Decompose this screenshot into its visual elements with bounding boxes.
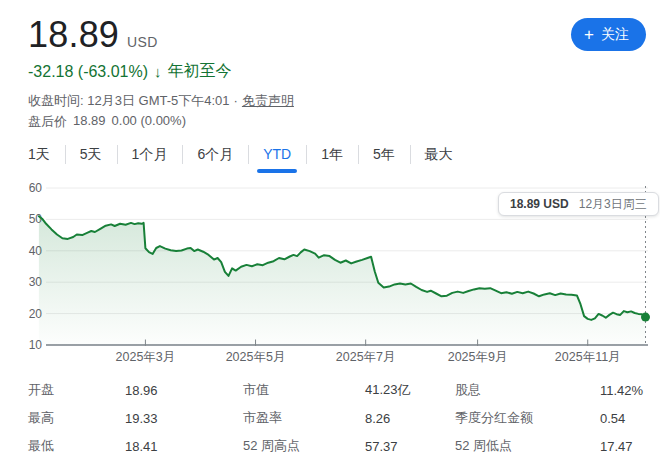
x-axis-tick-label: 2025年9月: [448, 350, 508, 364]
stat-52w-low: 52 周低点17.47: [455, 432, 644, 460]
close-time-text: 收盘时间: 12月3日 GMT-5下午4:01: [28, 93, 230, 108]
change-value: -32.18 (-63.01%): [28, 63, 148, 81]
stat-pe-ratio: 市盈率8.26: [243, 404, 455, 432]
last-price-dot: [641, 313, 650, 322]
stat-value: 57.37: [365, 439, 398, 454]
tab-label: 1个月: [132, 146, 168, 162]
tab-5y[interactable]: 5年: [358, 140, 410, 170]
tab-label: 最大: [425, 146, 453, 162]
tab-1y[interactable]: 1年: [306, 140, 358, 170]
stat-label: 52 周高点: [243, 437, 365, 455]
stat-value: 0.54: [600, 411, 625, 426]
stat-label: 股息: [455, 381, 600, 399]
tab-label: 1天: [28, 146, 50, 162]
stat-value: 41.23亿: [365, 381, 411, 399]
stat-market-cap: 市值41.23亿: [243, 376, 455, 404]
after-hours-row: 盘后价 18.89 0.00 (0.00%): [28, 113, 186, 131]
disclaimer-link[interactable]: 免责声明: [242, 93, 294, 108]
currency-label: USD: [127, 34, 158, 50]
tab-label: 5年: [373, 146, 395, 162]
y-axis-tick-label: 60: [29, 181, 43, 195]
plus-icon: +: [584, 26, 594, 43]
key-stats-table: 开盘18.96 市值41.23亿 股息11.42% 最高19.33 市盈率8.2…: [28, 376, 644, 460]
follow-button-label: 关注: [601, 26, 629, 44]
tab-5d[interactable]: 5天: [65, 140, 117, 170]
stat-value: 8.26: [365, 411, 390, 426]
stat-dividend-yield: 股息11.42%: [455, 376, 644, 404]
stat-value: 11.42%: [600, 383, 643, 398]
after-hours-change: 0.00 (0.00%): [112, 113, 186, 131]
stat-open: 开盘18.96: [28, 376, 243, 404]
tab-label: 6个月: [197, 146, 233, 162]
tab-label: 5天: [80, 146, 102, 162]
tab-ytd[interactable]: YTD: [248, 140, 306, 170]
google-finance-quote-page: 18.89 USD + 关注 -32.18 (-63.01%) ↓ 年初至今 收…: [0, 0, 660, 465]
after-hours-price: 18.89: [73, 113, 106, 131]
arrow-down-icon: ↓: [154, 63, 162, 80]
time-range-tabs: 1天 5天 1个月 6个月 YTD 1年 5年 最大: [13, 140, 468, 170]
stat-label: 市盈率: [243, 409, 365, 427]
stat-low: 最低18.41: [28, 432, 243, 460]
chart-tooltip: 18.89 USD 12月3日周三: [498, 192, 659, 216]
current-price: 18.89: [28, 14, 119, 56]
dot-separator: ·: [234, 93, 238, 108]
stat-label: 开盘: [28, 381, 125, 399]
stat-high: 最高19.33: [28, 404, 243, 432]
x-axis-tick-label: 2025年3月: [116, 350, 176, 364]
x-axis-tick-label: 2025年7月: [336, 350, 396, 364]
tab-1d[interactable]: 1天: [13, 140, 65, 170]
stat-quarterly-dividend: 季度分红金额0.54: [455, 404, 644, 432]
stat-label: 52 周低点: [455, 437, 600, 455]
x-axis-tick-label: 2025年5月: [226, 350, 286, 364]
tab-6m[interactable]: 6个月: [182, 140, 248, 170]
stat-value: 17.47: [600, 439, 633, 454]
stat-value: 18.96: [125, 383, 158, 398]
market-close-info: 收盘时间: 12月3日 GMT-5下午4:01·免责声明: [28, 92, 294, 110]
price-change-row: -32.18 (-63.01%) ↓ 年初至今: [28, 61, 232, 82]
tab-max[interactable]: 最大: [410, 140, 468, 170]
stat-label: 市值: [243, 381, 365, 399]
tab-label: 1年: [321, 146, 343, 162]
stat-label: 最高: [28, 409, 125, 427]
stat-value: 19.33: [125, 411, 158, 426]
tooltip-date: 12月3日周三: [579, 196, 647, 213]
area-fill: [39, 216, 646, 345]
x-axis-tick-label: 2025年11月: [555, 350, 621, 364]
tooltip-price: 18.89 USD: [510, 197, 569, 211]
stat-value: 18.41: [125, 439, 158, 454]
stat-label: 最低: [28, 437, 125, 455]
price-header: 18.89 USD: [28, 14, 158, 56]
tab-1m[interactable]: 1个月: [117, 140, 183, 170]
follow-button[interactable]: + 关注: [571, 18, 646, 51]
change-period: 年初至今: [168, 61, 232, 82]
after-hours-label: 盘后价: [28, 113, 67, 131]
stat-label: 季度分红金额: [455, 409, 600, 427]
tab-label: YTD: [263, 146, 291, 162]
stat-52w-high: 52 周高点57.37: [243, 432, 455, 460]
